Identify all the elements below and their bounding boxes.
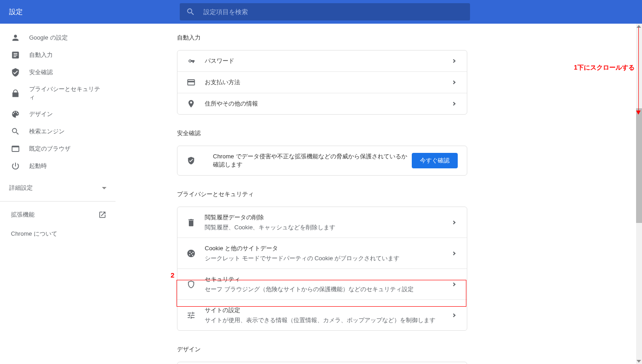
scrollbar-thumb[interactable]: [636, 108, 642, 223]
section-title: デザイン: [177, 345, 642, 354]
sidebar-item-label: デザイン: [29, 110, 53, 118]
browser-icon: [11, 144, 20, 153]
location-icon: [187, 99, 196, 108]
sidebar-item-label: 起動時: [29, 162, 47, 170]
scroll-down-icon[interactable]: [637, 360, 641, 363]
design-panel: テーマ Chrome ウェブストアを開きます: [177, 362, 467, 364]
security-icon: [187, 280, 196, 289]
sidebar-item-label: 既定のブラウザ: [29, 145, 71, 153]
sidebar-extensions-label: 拡張機能: [11, 211, 35, 219]
card-icon: [187, 78, 196, 87]
autofill-icon: [11, 51, 20, 60]
main-content: 自動入力 パスワード お支払い方法 住所やその他の情報: [116, 24, 642, 364]
sidebar-item-label: 検索エンジン: [29, 127, 65, 136]
section-title: 安全確認: [177, 129, 642, 137]
row-payment[interactable]: お支払い方法: [177, 72, 467, 93]
section-title: プライバシーとセキュリティ: [177, 190, 642, 198]
sidebar-item-label: 自動入力: [29, 51, 53, 59]
search-icon: [11, 127, 20, 136]
row-passwords[interactable]: パスワード: [177, 51, 467, 72]
header: 設定: [0, 0, 642, 24]
person-icon: [11, 33, 20, 42]
sidebar-item-label: 安全確認: [29, 68, 53, 76]
annotation-arrow: [638, 27, 639, 114]
row-label: お支払い方法: [205, 78, 452, 87]
chevron-right-icon: [452, 59, 455, 63]
chevron-down-icon: [102, 187, 106, 189]
scroll-up-icon[interactable]: [637, 25, 641, 28]
row-site-settings[interactable]: サイトの設定 サイトが使用、表示できる情報（位置情報、カメラ、ポップアップなど）…: [177, 300, 467, 330]
check-now-button[interactable]: 今すぐ確認: [412, 153, 458, 168]
row-label: Cookie と他のサイトデータ: [205, 244, 452, 253]
chevron-right-icon: [452, 81, 455, 84]
sidebar-item-design[interactable]: デザイン: [0, 106, 116, 123]
tune-icon: [187, 311, 196, 320]
sidebar-item-search[interactable]: 検索エンジン: [0, 123, 116, 140]
header-title: 設定: [9, 8, 23, 16]
sidebar-item-autofill[interactable]: 自動入力: [0, 46, 116, 64]
safety-text: Chrome でデータ侵害や不正な拡張機能などの脅威から保護されているか確認しま…: [213, 152, 412, 169]
sidebar-item-safety[interactable]: 安全確認: [0, 64, 116, 81]
annotation-1: 1下にスクロールする: [574, 64, 635, 72]
lock-icon: [11, 89, 20, 98]
section-safety: 安全確認 Chrome でデータ侵害や不正な拡張機能などの脅威から保護されている…: [177, 129, 642, 176]
row-sublabel: 閲覧履歴、Cookie、キャッシュなどを削除します: [205, 223, 452, 232]
search-container[interactable]: [180, 3, 470, 20]
trash-icon: [187, 218, 196, 227]
row-label: 閲覧履歴データの削除: [205, 213, 452, 222]
sidebar-extensions[interactable]: 拡張機能: [0, 205, 116, 224]
chevron-right-icon: [452, 282, 455, 286]
search-icon: [186, 7, 195, 16]
shield-icon: [11, 68, 20, 77]
annotation-2: 2: [171, 271, 174, 279]
row-security[interactable]: セキュリティ セーフ ブラウジング（危険なサイトからの保護機能）などのセキュリテ…: [177, 269, 467, 300]
row-label: セキュリティ: [205, 275, 452, 284]
chevron-right-icon: [452, 313, 455, 317]
sidebar: Google の設定 自動入力 安全確認 プライバシーとセキュリティ デザイン …: [0, 24, 116, 364]
key-icon: [187, 56, 196, 66]
search-input[interactable]: [203, 8, 464, 15]
sidebar-item-label: プライバシーとセキュリティ: [29, 85, 105, 101]
row-sublabel: セーフ ブラウジング（危険なサイトからの保護機能）などのセキュリティ設定: [205, 285, 452, 294]
row-label: 住所やその他の情報: [205, 99, 452, 108]
sidebar-advanced[interactable]: 詳細設定: [0, 178, 116, 197]
chevron-right-icon: [452, 251, 455, 255]
section-privacy: プライバシーとセキュリティ 閲覧履歴データの削除 閲覧履歴、Cookie、キャッ…: [177, 190, 642, 331]
power-icon: [11, 162, 20, 171]
section-design: デザイン テーマ Chrome ウェブストアを開きます: [177, 345, 642, 364]
palette-icon: [11, 110, 20, 119]
row-sublabel: シークレット モードでサードパーティの Cookie がブロックされています: [205, 254, 452, 263]
safety-panel: Chrome でデータ侵害や不正な拡張機能などの脅威から保護されているか確認しま…: [177, 146, 467, 176]
sidebar-item-browser[interactable]: 既定のブラウザ: [0, 140, 116, 157]
privacy-panel: 閲覧履歴データの削除 閲覧履歴、Cookie、キャッシュなどを削除します Coo…: [177, 207, 467, 331]
sidebar-about[interactable]: Chrome について: [0, 224, 116, 243]
section-title: 自動入力: [177, 34, 642, 42]
shield-check-icon: [187, 156, 196, 165]
row-label: パスワード: [205, 56, 452, 66]
row-clear-data[interactable]: 閲覧履歴データの削除 閲覧履歴、Cookie、キャッシュなどを削除します: [177, 207, 467, 238]
autofill-panel: パスワード お支払い方法 住所やその他の情報: [177, 50, 467, 115]
row-sublabel: サイトが使用、表示できる情報（位置情報、カメラ、ポップアップなど）を制御します: [205, 316, 452, 325]
chevron-right-icon: [452, 102, 455, 106]
sidebar-item-label: Google の設定: [29, 34, 68, 42]
sidebar-advanced-label: 詳細設定: [9, 184, 33, 192]
sidebar-item-privacy[interactable]: プライバシーとセキュリティ: [0, 81, 116, 106]
sidebar-about-label: Chrome について: [11, 230, 57, 238]
cookie-icon: [187, 249, 196, 258]
row-theme[interactable]: テーマ Chrome ウェブストアを開きます: [177, 362, 467, 364]
launch-icon: [98, 211, 106, 219]
row-label: サイトの設定: [205, 306, 452, 315]
sidebar-item-startup[interactable]: 起動時: [0, 157, 116, 175]
row-addresses[interactable]: 住所やその他の情報: [177, 93, 467, 114]
chevron-right-icon: [452, 220, 455, 224]
sidebar-item-google[interactable]: Google の設定: [0, 29, 116, 46]
section-autofill: 自動入力 パスワード お支払い方法 住所やその他の情報: [177, 34, 642, 115]
row-cookies[interactable]: Cookie と他のサイトデータ シークレット モードでサードパーティの Coo…: [177, 238, 467, 269]
